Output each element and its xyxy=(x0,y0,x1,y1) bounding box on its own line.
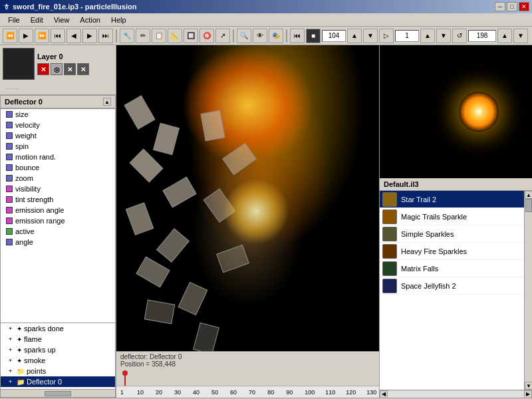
toolbar-btn-5[interactable]: ◀ xyxy=(66,29,81,43)
tree-expand-icon[interactable]: + xyxy=(9,357,17,364)
frame2-up[interactable]: ▲ xyxy=(420,29,435,43)
tree-item-deflector-0[interactable]: + 📁 Deflector 0 xyxy=(1,376,115,387)
toolbar-btn-6[interactable]: ▶ xyxy=(82,29,97,43)
tree-item-points[interactable]: + 📁 points xyxy=(1,366,115,376)
toolbar-btn-17[interactable]: 🎭 xyxy=(269,29,283,43)
effect-item-matrix-falls[interactable]: Matrix Falls xyxy=(380,260,524,277)
effect-thumbnail xyxy=(382,244,397,259)
frame3-up[interactable]: ▲ xyxy=(497,29,512,43)
tree-item-label: smoke xyxy=(24,356,45,364)
effect-item-space-jellyfish-2[interactable]: Space Jellyfish 2 xyxy=(380,277,524,295)
prop-item-tint-strength[interactable]: tint strength xyxy=(1,194,115,205)
prop-label: angle xyxy=(15,238,33,246)
toolbar-btn-13[interactable]: ⭕ xyxy=(200,29,214,43)
scroll-down-arrow[interactable]: ▼ xyxy=(525,382,532,390)
prop-item-motion-rand.[interactable]: motion rand. xyxy=(1,152,115,162)
toolbar-btn-9[interactable]: ✏ xyxy=(136,29,150,43)
tree-expand-icon[interactable]: + xyxy=(9,378,17,385)
prop-item-zoom[interactable]: zoom xyxy=(1,173,115,184)
menu-edit[interactable]: Edit xyxy=(25,15,49,25)
effects-scrollbar[interactable]: ▲ ▼ xyxy=(524,191,532,390)
prop-label: emission angle xyxy=(15,206,64,214)
toolbar-btn-3[interactable]: ⏩ xyxy=(35,29,49,43)
effect-name: Space Jellyfish 2 xyxy=(401,282,456,290)
main-canvas[interactable] xyxy=(116,45,379,351)
menu-action[interactable]: Action xyxy=(74,15,106,25)
effect-thumbnail xyxy=(382,261,397,276)
prop-item-emission-angle[interactable]: emission angle xyxy=(1,205,115,215)
ruler-mark-80: 80 xyxy=(267,389,274,396)
frame-input-3[interactable]: 198 xyxy=(468,30,496,42)
frame2-down[interactable]: ▼ xyxy=(436,29,451,43)
deflector-scroll-up[interactable]: ▲ xyxy=(103,98,111,106)
menu-help[interactable]: Help xyxy=(106,15,132,25)
prop-item-visibility[interactable]: visibility xyxy=(1,184,115,194)
prop-item-velocity[interactable]: velocity xyxy=(1,120,115,130)
prop-color-swatch xyxy=(6,175,13,182)
toolbar-btn-8[interactable]: 🔧 xyxy=(120,29,134,43)
frame-up[interactable]: ▲ xyxy=(347,29,362,43)
close-button[interactable]: ✕ xyxy=(519,2,529,11)
titlebar-controls[interactable]: ─ □ ✕ xyxy=(495,2,529,11)
toolbar-play[interactable]: ▷ xyxy=(379,29,394,43)
prop-item-angle[interactable]: angle xyxy=(1,237,115,247)
titlebar-title: sword_fire_01e.ip3 - particleIllusion xyxy=(13,3,136,11)
prop-item-spin[interactable]: spin xyxy=(1,141,115,152)
tree-item-sparks-up[interactable]: + ✦ sparks up xyxy=(1,344,115,355)
prop-item-active[interactable]: active xyxy=(1,226,115,237)
effect-item-simple-sparkles[interactable]: Simple Sparkles xyxy=(380,225,524,243)
toolbar-btn-12[interactable]: 🔲 xyxy=(184,29,198,43)
layer-controls[interactable]: ✕ ◎ ✕ ✕ xyxy=(37,63,89,75)
bottom-scrollbar[interactable] xyxy=(0,390,116,398)
toolbar-btn-stop[interactable]: ■ xyxy=(306,29,321,43)
prop-item-size[interactable]: size xyxy=(1,109,115,120)
toolbar-btn-10[interactable]: 📋 xyxy=(152,29,166,43)
toolbar-btn-18[interactable]: ↺ xyxy=(452,29,467,43)
tree-item-sparks-done[interactable]: + ✦ sparks done xyxy=(1,323,115,334)
tree-item-flame[interactable]: + ✦ flame xyxy=(1,334,115,344)
maximize-button[interactable]: □ xyxy=(507,2,517,11)
toolbar-btn-7[interactable]: ⏭ xyxy=(98,29,113,43)
toolbar-btn-1[interactable]: ⏪ xyxy=(3,29,17,43)
effect-item-magic-trails-sparkle[interactable]: Magic Trails Sparkle xyxy=(380,208,524,225)
effect-item-star-trail-2[interactable]: Star Trail 2 xyxy=(380,191,524,208)
frame-input[interactable]: 104 xyxy=(322,30,346,42)
tree-expand-icon[interactable]: + xyxy=(9,346,17,353)
toolbar-btn-16[interactable]: 👁 xyxy=(253,29,267,43)
tree-expand-icon[interactable]: + xyxy=(9,325,17,332)
layer-btn-lock[interactable]: ✕ xyxy=(64,63,76,75)
hscroll-thumb[interactable] xyxy=(45,391,71,396)
scroll-up-arrow[interactable]: ▲ xyxy=(525,191,532,199)
timeline-bar: deflector: Deflector 0 Position = 358,44… xyxy=(116,351,379,398)
prop-color-swatch xyxy=(6,122,13,128)
tree-expand-icon[interactable]: + xyxy=(9,336,17,342)
minimize-button[interactable]: ─ xyxy=(495,2,505,11)
scroll-thumb[interactable] xyxy=(525,199,532,212)
frame-down[interactable]: ▼ xyxy=(363,29,378,43)
prop-item-emission-range[interactable]: emission range xyxy=(1,215,115,226)
hscroll-right[interactable]: ▶ xyxy=(524,390,532,398)
frame3-down[interactable]: ▼ xyxy=(513,29,528,43)
prop-color-swatch xyxy=(6,111,13,118)
menu-view[interactable]: View xyxy=(49,15,75,25)
layer-btn-eye[interactable]: ◎ xyxy=(51,63,63,75)
effects-hscroll[interactable]: ◀ ▶ xyxy=(380,390,532,398)
menu-file[interactable]: File xyxy=(3,15,25,25)
toolbar-btn-15[interactable]: 🔍 xyxy=(237,29,251,43)
toolbar-btn-4[interactable]: ⏮ xyxy=(51,29,65,43)
layer-btn-x[interactable]: ✕ xyxy=(37,63,49,75)
toolbar-btn-2[interactable]: ▶ xyxy=(19,29,33,43)
hscroll-left[interactable]: ◀ xyxy=(380,390,388,398)
toolbar-btn-skip[interactable]: ⏮ xyxy=(290,29,305,43)
frame-input-2[interactable]: 1 xyxy=(395,30,419,42)
effect-item-heavy-fire-sparkles[interactable]: Heavy Fire Sparkles xyxy=(380,243,524,260)
tree-expand-icon[interactable]: + xyxy=(9,368,17,374)
center-panel: deflector: Deflector 0 Position = 358,44… xyxy=(116,45,379,398)
prop-item-weight[interactable]: weight xyxy=(1,130,115,141)
tree-item-smoke[interactable]: + ✦ smoke xyxy=(1,355,115,366)
toolbar-btn-14[interactable]: ↗ xyxy=(215,29,230,43)
prop-item-bounce[interactable]: bounce xyxy=(1,162,115,173)
layer-btn-other[interactable]: ✕ xyxy=(77,63,89,75)
toolbar-btn-11[interactable]: 📐 xyxy=(168,29,182,43)
effects-library: Default.il3 Star Trail 2Magic Trails Spa… xyxy=(380,178,532,398)
